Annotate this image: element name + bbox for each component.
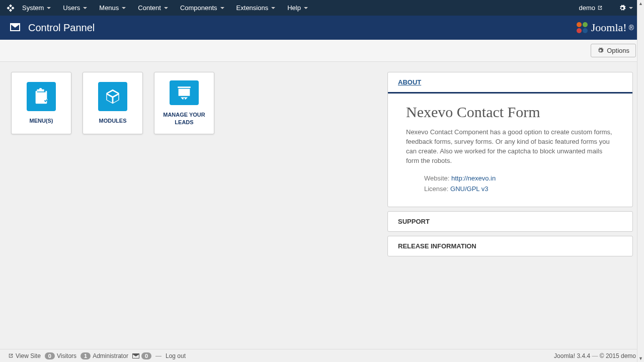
about-description: Nexevo Contact Component has a good opti… bbox=[406, 128, 614, 165]
envelope-icon bbox=[10, 23, 20, 33]
nav-components[interactable]: Components bbox=[175, 1, 229, 15]
svg-point-0 bbox=[577, 22, 582, 27]
quick-cards: MENU(S) MODULES MANAGE YOUR LEADS bbox=[11, 72, 372, 260]
panel-release-head[interactable]: RELEASE INFORMATION bbox=[388, 236, 632, 256]
joomla-icon[interactable] bbox=[6, 4, 15, 13]
card-menus[interactable]: MENU(S) bbox=[11, 72, 71, 134]
card-modules[interactable]: MODULES bbox=[83, 72, 143, 134]
external-link-icon bbox=[597, 5, 603, 11]
license-label: License: bbox=[424, 185, 448, 193]
clipboard-check-icon bbox=[33, 88, 50, 105]
about-title: Nexevo Contact Form bbox=[406, 104, 614, 121]
presentation-icon bbox=[176, 84, 193, 102]
joomla-logo: Joomla! ® bbox=[575, 21, 634, 35]
nav-users[interactable]: Users bbox=[58, 1, 92, 15]
chevron-down-icon bbox=[220, 7, 224, 9]
chevron-down-icon bbox=[629, 7, 633, 9]
options-button[interactable]: Options bbox=[591, 44, 636, 57]
card-label: MENU(S) bbox=[29, 117, 53, 124]
toolbar: Options bbox=[0, 40, 644, 62]
nav-extensions[interactable]: Extensions bbox=[231, 1, 281, 15]
panel-about: ABOUT Nexevo Contact Form Nexevo Contact… bbox=[387, 72, 633, 207]
license-link[interactable]: GNU/GPL v3 bbox=[450, 185, 488, 193]
scroll-up-icon[interactable]: ▲ bbox=[637, 0, 644, 7]
gear-icon bbox=[597, 47, 604, 54]
svg-point-3 bbox=[583, 28, 588, 33]
card-label: MODULES bbox=[99, 117, 127, 124]
chevron-down-icon bbox=[304, 7, 308, 9]
panel-about-head[interactable]: ABOUT bbox=[388, 72, 632, 94]
top-navbar: System Users Menus Content Components Ex… bbox=[0, 0, 644, 16]
page-header: Control Pannel Joomla! ® bbox=[0, 16, 644, 40]
website-label: Website: bbox=[424, 174, 449, 182]
panel-support-head[interactable]: SUPPORT bbox=[388, 212, 632, 231]
nav-menus[interactable]: Menus bbox=[94, 1, 131, 15]
chevron-down-icon bbox=[271, 7, 275, 9]
chevron-down-icon bbox=[122, 7, 126, 9]
scrollbar[interactable]: ▲ ▼ bbox=[637, 0, 644, 270]
nav-settings[interactable] bbox=[614, 2, 638, 15]
nav-user[interactable]: demo bbox=[574, 1, 608, 15]
nav-system[interactable]: System bbox=[17, 1, 56, 15]
card-manage-leads[interactable]: MANAGE YOUR LEADS bbox=[154, 72, 214, 134]
chevron-down-icon bbox=[83, 7, 87, 9]
svg-point-1 bbox=[583, 22, 588, 27]
svg-point-2 bbox=[577, 28, 582, 33]
panel-release: RELEASE INFORMATION bbox=[387, 236, 633, 256]
card-label: MANAGE YOUR LEADS bbox=[158, 111, 210, 126]
cube-icon bbox=[104, 88, 121, 105]
chevron-down-icon bbox=[47, 7, 51, 9]
chevron-down-icon bbox=[164, 7, 168, 9]
nav-help[interactable]: Help bbox=[282, 1, 313, 15]
website-link[interactable]: http://nexevo.in bbox=[451, 174, 496, 182]
gear-icon bbox=[619, 5, 626, 12]
nav-content[interactable]: Content bbox=[133, 1, 173, 15]
panel-support: SUPPORT bbox=[387, 211, 633, 232]
page-title: Control Pannel bbox=[28, 22, 95, 34]
